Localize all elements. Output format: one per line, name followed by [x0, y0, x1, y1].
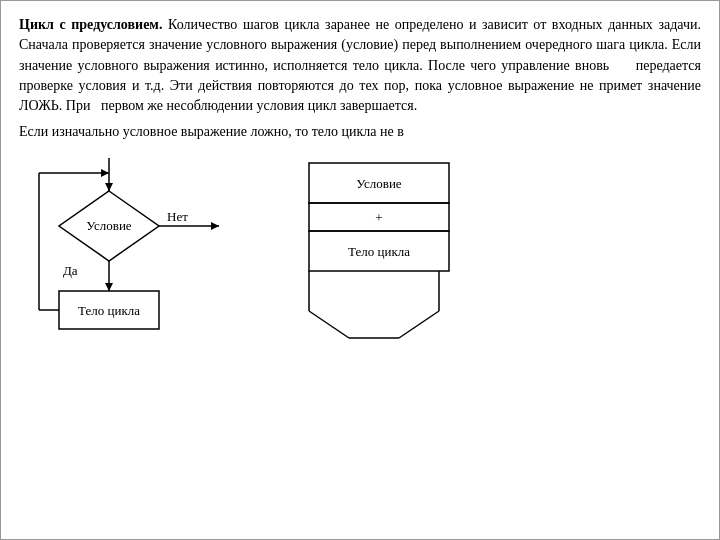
flowchart-left-svg: Условие Нет Да Тело цикла	[29, 153, 249, 368]
svg-marker-4	[211, 222, 219, 230]
diagrams-row: Условие Нет Да Тело цикла	[19, 153, 701, 363]
condition-label-left: Условие	[86, 218, 131, 233]
svg-line-16	[309, 311, 349, 338]
condition-label-right: Условие	[356, 176, 401, 191]
main-container: Цикл с предусловием. Количество шагов ци…	[0, 0, 720, 540]
plus-label: +	[375, 210, 382, 225]
yes-label: Да	[63, 263, 78, 278]
main-text: Цикл с предусловием. Количество шагов ци…	[19, 15, 701, 116]
paragraph2-text: Если изначально условное выражение ложно…	[19, 122, 701, 142]
flowchart-right-svg: Условие + Тело цикла	[299, 153, 464, 368]
svg-marker-1	[105, 183, 113, 191]
svg-marker-11	[101, 169, 109, 177]
flowchart-right: Условие + Тело цикла	[299, 153, 459, 363]
flowchart-left: Условие Нет Да Тело цикла	[29, 153, 239, 363]
body-label-left: Тело цикла	[78, 303, 140, 318]
title-bold: Цикл с предусловием.	[19, 17, 162, 32]
svg-line-17	[399, 311, 439, 338]
body-label-right: Тело цикла	[348, 244, 410, 259]
svg-marker-6	[105, 283, 113, 291]
no-label: Нет	[167, 209, 188, 224]
